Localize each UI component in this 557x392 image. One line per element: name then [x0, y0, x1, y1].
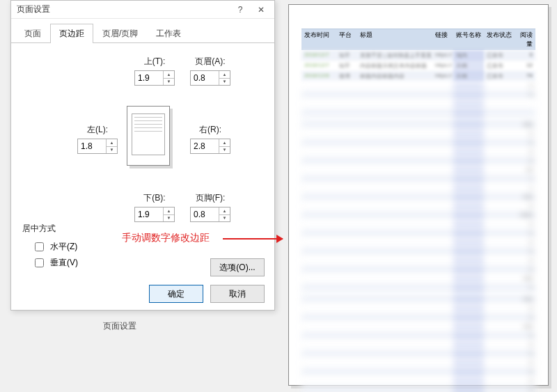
cancel-button[interactable]: 取消 [210, 285, 265, 303]
spin-up-icon[interactable]: ▲ [219, 207, 230, 215]
preview-cell [484, 184, 515, 193]
spin-down-icon[interactable]: ▼ [219, 79, 230, 86]
margin-bottom-input[interactable] [135, 207, 163, 221]
preview-cell [484, 211, 515, 220]
preview-cell [432, 238, 453, 247]
preview-cell [484, 377, 515, 386]
preview-col-link: 链接 [432, 29, 453, 50]
preview-cell: 2018 [301, 229, 336, 238]
spin-down-icon[interactable]: ▼ [219, 147, 230, 154]
preview-col-platform: 平台 [336, 29, 357, 50]
center-horizontal-input[interactable] [35, 242, 44, 251]
spin-up-icon[interactable]: ▲ [219, 71, 230, 79]
preview-cell [357, 175, 432, 184]
preview-cell: https:// [432, 71, 453, 81]
preview-cell: 0 [515, 368, 535, 377]
preview-cell [484, 386, 515, 392]
preview-cell: 2019 [301, 331, 336, 340]
preview-cell [432, 139, 453, 148]
preview-row: 20190 [301, 304, 535, 313]
preview-row: 2018/1220 [301, 166, 535, 175]
preview-row: 20180 [301, 229, 535, 238]
preview-cell [432, 359, 453, 368]
spin-up-icon[interactable]: ▲ [219, 139, 230, 147]
preview-cell [336, 238, 357, 247]
spin-down-icon[interactable]: ▼ [219, 215, 230, 222]
preview-row: 20180 [301, 265, 535, 274]
preview-cell [357, 81, 432, 91]
preview-cell: 0 [515, 331, 535, 340]
preview-cell: 2019 [301, 283, 336, 292]
preview-row: 2018343 [301, 193, 535, 202]
preview-cell: 0 [515, 130, 535, 139]
preview-row: 2018/12/100 [301, 91, 535, 100]
margin-footer-spinner[interactable]: ▲▼ [190, 207, 230, 222]
preview-cell [357, 340, 432, 350]
spin-up-icon[interactable]: ▲ [107, 139, 117, 147]
spin-down-icon[interactable]: ▼ [107, 147, 117, 154]
preview-cell [336, 359, 357, 368]
options-button[interactable]: 选项(O)... [210, 258, 265, 276]
preview-cell [336, 256, 357, 265]
preview-col-title: 标题 [357, 29, 432, 50]
preview-cell [453, 175, 484, 184]
center-vertical-input[interactable] [35, 258, 44, 267]
margin-top-input[interactable] [135, 71, 163, 85]
preview-cell [357, 166, 432, 175]
preview-cell [357, 304, 432, 313]
ok-button[interactable]: 确定 [149, 285, 203, 303]
spin-up-icon[interactable]: ▲ [164, 207, 174, 215]
preview-cell [453, 274, 484, 283]
tab-header-footer[interactable]: 页眉/页脚 [93, 24, 147, 43]
preview-cell [453, 283, 484, 292]
margin-left-spinner[interactable]: ▲▼ [77, 139, 118, 154]
margin-right-input[interactable] [191, 139, 219, 153]
preview-cell: 0 [515, 350, 535, 359]
margin-top-spinner[interactable]: ▲▼ [134, 70, 175, 86]
margin-header-input[interactable] [191, 71, 219, 85]
spin-down-icon[interactable]: ▼ [164, 215, 174, 222]
preview-cell [432, 100, 453, 109]
preview-cell: 2018 [301, 238, 336, 247]
preview-cell: https:// [432, 61, 453, 71]
preview-cell [432, 130, 453, 139]
margin-bottom-spinner[interactable]: ▲▼ [134, 207, 175, 222]
preview-row: 20196 [301, 283, 535, 292]
preview-cell [336, 193, 357, 202]
preview-cell [484, 359, 515, 368]
preview-cell [336, 283, 357, 292]
preview-cell [432, 283, 453, 292]
margin-left-input[interactable] [78, 139, 106, 153]
preview-cell: 0 [515, 377, 535, 386]
margin-footer-input[interactable] [191, 207, 219, 221]
preview-cell [484, 295, 515, 304]
preview-cell: 0 [515, 238, 535, 247]
preview-cell: 内容标题示例文本内容标题 [357, 61, 432, 71]
margin-right-spinner[interactable]: ▲▼ [190, 139, 230, 154]
close-button[interactable]: ✕ [251, 3, 272, 17]
preview-cell [432, 377, 453, 386]
preview-cell [432, 81, 453, 91]
tab-sheet[interactable]: 工作表 [147, 24, 190, 43]
preview-cell: 2018/12 [301, 148, 336, 157]
help-button[interactable]: ? [230, 3, 251, 17]
margin-header-spinner[interactable]: ▲▼ [190, 70, 230, 86]
preview-cell [357, 202, 432, 211]
preview-cell: 已发布 [484, 61, 515, 71]
preview-cell [432, 295, 453, 304]
preview-cell [484, 229, 515, 238]
preview-cell [357, 120, 432, 130]
tab-margins[interactable]: 页边距 [50, 24, 93, 43]
tab-page[interactable]: 页面 [15, 24, 50, 43]
preview-cell [453, 386, 484, 392]
spin-down-icon[interactable]: ▼ [164, 79, 174, 86]
preview-cell [357, 130, 432, 139]
preview-row: 2018/126 [301, 148, 535, 157]
preview-cell: 0 [515, 229, 535, 238]
preview-cell [336, 220, 357, 229]
preview-cell [336, 295, 357, 304]
preview-cell: 6 [515, 148, 535, 157]
spin-up-icon[interactable]: ▲ [164, 71, 174, 79]
preview-cell: 7 [515, 175, 535, 184]
preview-cell [336, 247, 357, 256]
